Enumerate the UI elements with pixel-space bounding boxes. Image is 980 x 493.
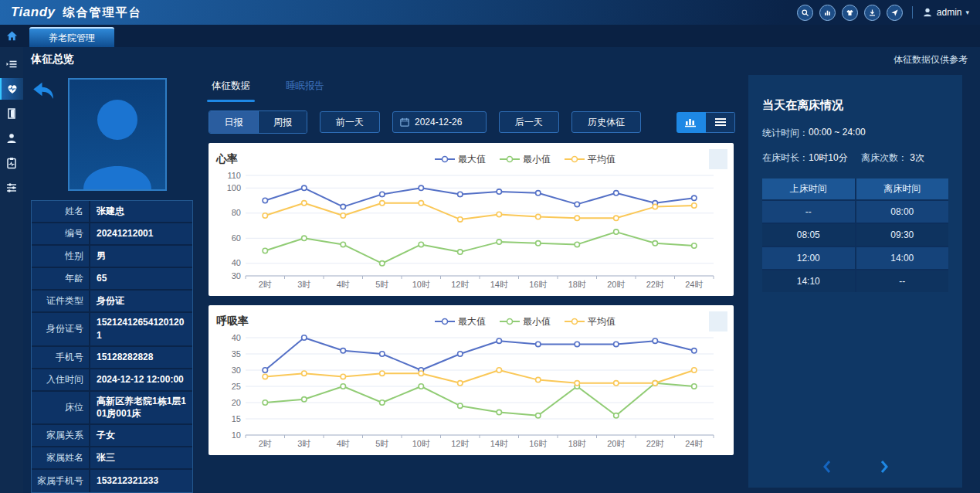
svg-text:16时: 16时 [529, 439, 547, 448]
sidebar-item-settings[interactable] [0, 177, 23, 199]
sidebar-item-door[interactable] [0, 103, 23, 124]
theme-icon[interactable] [842, 5, 858, 21]
legend-item[interactable]: 最大值 [435, 315, 486, 328]
field-value: 65 [90, 268, 192, 289]
locate-icon[interactable] [887, 5, 903, 21]
chart-view-button[interactable] [677, 112, 706, 133]
field-value: 20241212001 [90, 223, 192, 244]
person-icon [922, 7, 933, 18]
sidebar-item-menu[interactable] [0, 53, 23, 75]
list-icon [714, 117, 727, 128]
bed-table: 上床时间离床时间 --08:0008:0509:3012:0014:0014:1… [762, 178, 948, 292]
home-icon [6, 30, 18, 42]
search-icon[interactable] [797, 5, 813, 21]
back-button[interactable] [32, 81, 56, 101]
svg-text:10: 10 [232, 430, 241, 440]
field-label: 家属关系 [32, 425, 90, 446]
user-menu[interactable]: admin ▾ [922, 7, 969, 18]
bed-table-cell: 09:30 [855, 224, 949, 246]
download-icon[interactable] [864, 5, 880, 21]
chart-card: 呼吸率 最大值最小值平均值 101520253035402时3时4时5时10时1… [209, 305, 734, 455]
window-tab-nursing-home[interactable]: 养老院管理 [29, 27, 114, 47]
legend-item[interactable]: 平均值 [565, 153, 615, 166]
field-value: 身份证 [90, 291, 192, 311]
sidebar-item-report[interactable] [0, 152, 23, 174]
chart-toolbox[interactable] [709, 149, 727, 169]
field-label: 入住时间 [32, 369, 90, 390]
patient-field-row: 入住时间2024-12-12 12:00:00 [32, 369, 192, 392]
vitals-tabs: 体征数据 睡眠报告 [209, 80, 735, 98]
stat-detail-line: 在床时长： 10时10分 离床次数： 3次 [762, 151, 948, 165]
field-value: 153212321233 [90, 470, 192, 492]
field-value: 男 [90, 246, 192, 267]
home-button[interactable] [0, 25, 23, 47]
patient-field-row: 身份证号152124126541201201 [32, 313, 192, 347]
field-label: 身份证号 [32, 313, 90, 345]
svg-text:18时: 18时 [568, 280, 586, 289]
field-label: 家属姓名 [32, 447, 90, 468]
patient-field-row: 家属姓名张三 [32, 447, 192, 470]
next-day-button[interactable]: 后一天 [499, 111, 559, 133]
patient-field-row: 编号20241212001 [32, 223, 192, 246]
bed-table-cell: 14:00 [855, 247, 949, 269]
field-label: 性别 [32, 246, 90, 267]
svg-text:20时: 20时 [607, 439, 625, 448]
bed-table-row: 14:10-- [762, 269, 948, 292]
svg-text:16时: 16时 [529, 280, 547, 289]
svg-text:4时: 4时 [337, 439, 350, 448]
sidebar [0, 47, 23, 493]
legend-item[interactable]: 最大值 [435, 153, 486, 166]
field-value: 152124126541201201 [90, 313, 192, 345]
next-page-button[interactable] [876, 458, 893, 475]
sidebar-item-person[interactable] [0, 128, 23, 149]
history-vitals-button[interactable]: 历史体征 [571, 111, 641, 133]
sidebar-item-vitals[interactable] [0, 78, 23, 100]
patient-field-row: 床位高新区养老院1栋1层101房001床 [32, 392, 192, 426]
tab-sleep-report[interactable]: 睡眠报告 [283, 80, 327, 98]
legend-item[interactable]: 最小值 [500, 153, 551, 166]
field-label: 家属手机号 [32, 470, 90, 492]
patient-field-row: 年龄65 [32, 268, 192, 291]
legend-item[interactable]: 平均值 [565, 315, 615, 328]
chart-toolbox[interactable] [709, 311, 727, 332]
daily-report-button[interactable]: 日报 [209, 111, 258, 133]
bed-duration: 在床时长： 10时10分 [762, 151, 861, 165]
date-picker[interactable]: 2024-12-26 [392, 111, 487, 133]
bed-table-header-cell: 上床时间 [762, 178, 855, 199]
list-view-button[interactable] [706, 112, 735, 133]
svg-text:20时: 20时 [607, 280, 625, 289]
patient-panel: 姓名张建忠编号20241212001性别男年龄65证件类型身份证身份证号1521… [31, 72, 195, 493]
report-icon [5, 157, 18, 169]
svg-text:14时: 14时 [490, 439, 508, 448]
avatar-silhouette [70, 80, 165, 189]
svg-text:20: 20 [232, 398, 241, 407]
chart-toolbar: 日报 周报 前一天 2024-12-26 后一天 历史体征 [209, 110, 735, 134]
patient-field-row: 证件类型身份证 [32, 291, 192, 313]
chevron-down-icon: ▾ [965, 8, 969, 16]
brand-logo: Tiandy [11, 5, 55, 20]
svg-text:35: 35 [232, 349, 241, 359]
svg-text:12时: 12时 [451, 280, 469, 289]
field-label: 年龄 [32, 268, 90, 289]
legend-item[interactable]: 最小值 [500, 315, 551, 328]
field-value: 15128282828 [90, 347, 192, 368]
chart-card-head: 心率 最大值最小值平均值 [216, 149, 726, 169]
svg-text:60: 60 [232, 233, 241, 243]
svg-text:14时: 14时 [490, 280, 508, 289]
prev-day-button[interactable]: 前一天 [320, 111, 380, 133]
product-title: 综合管理平台 [63, 5, 141, 20]
bed-table-cell: -- [762, 201, 855, 223]
menu-icon [5, 58, 18, 70]
prev-page-button[interactable] [819, 458, 836, 475]
chart-legend: 最大值最小值平均值 [324, 315, 726, 328]
svg-text:15: 15 [232, 414, 241, 423]
patient-field-row: 性别男 [32, 246, 192, 268]
weekly-report-button[interactable]: 周报 [258, 111, 307, 133]
bed-status-panel: 当天在离床情况 统计时间： 00:00 ~ 24:00 在床时长： 10时10分… [748, 75, 962, 488]
svg-text:24时: 24时 [685, 280, 703, 289]
stats-icon[interactable] [819, 5, 836, 21]
tab-vitals-data[interactable]: 体征数据 [209, 80, 253, 98]
bed-table-body: --08:0008:0509:3012:0014:0014:10-- [762, 199, 948, 292]
svg-text:40: 40 [232, 333, 241, 342]
svg-text:2时: 2时 [259, 280, 272, 289]
